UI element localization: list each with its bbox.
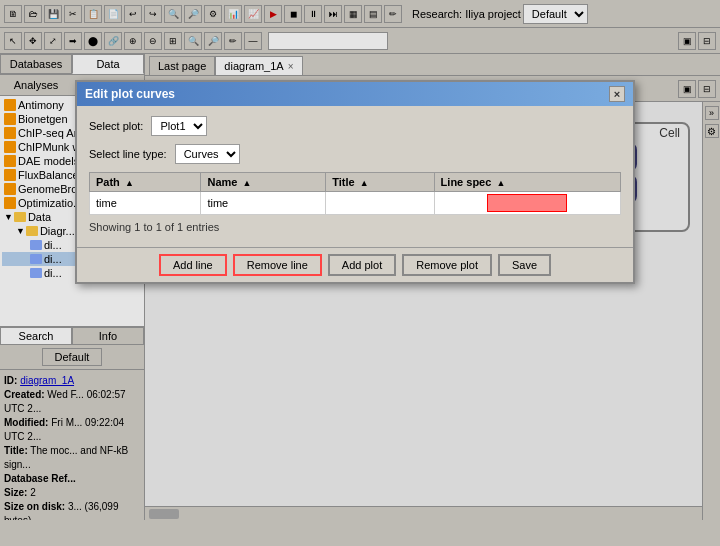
showing-text: Showing 1 to 1 of 1 entries	[89, 221, 621, 233]
cell-title	[326, 192, 434, 215]
curves-table: Path ▲ Name ▲ Title ▲ Line spec	[89, 172, 621, 215]
col-linespec[interactable]: Line spec ▲	[434, 173, 620, 192]
col-path[interactable]: Path ▲	[90, 173, 201, 192]
cell-name: time	[201, 192, 326, 215]
select-plot-label: Select plot:	[89, 120, 143, 132]
add-plot-btn[interactable]: Add plot	[328, 254, 396, 276]
title-sort-icon: ▲	[360, 178, 369, 188]
linespec-sort-icon: ▲	[496, 178, 505, 188]
select-plot-row: Select plot: Plot1	[89, 116, 621, 136]
col-name[interactable]: Name ▲	[201, 173, 326, 192]
name-sort-icon: ▲	[242, 178, 251, 188]
modal-footer: Add line Remove line Add plot Remove plo…	[77, 247, 633, 282]
remove-line-btn[interactable]: Remove line	[233, 254, 322, 276]
select-line-dropdown[interactable]: Curves Lines Points	[175, 144, 240, 164]
modal-title-bar: Edit plot curves ×	[77, 82, 633, 106]
line-spec-preview[interactable]	[487, 194, 567, 212]
modal-body: Select plot: Plot1 Select line type: Cur…	[77, 106, 633, 247]
table-row[interactable]: time time	[90, 192, 621, 215]
modal-close-btn[interactable]: ×	[609, 86, 625, 102]
cell-path: time	[90, 192, 201, 215]
modal-dialog: Edit plot curves × Select plot: Plot1 Se…	[75, 80, 635, 284]
path-sort-icon: ▲	[125, 178, 134, 188]
modal-overlay: Edit plot curves × Select plot: Plot1 Se…	[0, 0, 720, 546]
select-line-row: Select line type: Curves Lines Points	[89, 144, 621, 164]
modal-title-text: Edit plot curves	[85, 87, 175, 101]
select-plot-dropdown[interactable]: Plot1	[151, 116, 207, 136]
save-btn-modal[interactable]: Save	[498, 254, 551, 276]
cell-linespec[interactable]	[434, 192, 620, 215]
select-line-label: Select line type:	[89, 148, 167, 160]
add-line-btn[interactable]: Add line	[159, 254, 227, 276]
remove-plot-btn[interactable]: Remove plot	[402, 254, 492, 276]
col-title[interactable]: Title ▲	[326, 173, 434, 192]
